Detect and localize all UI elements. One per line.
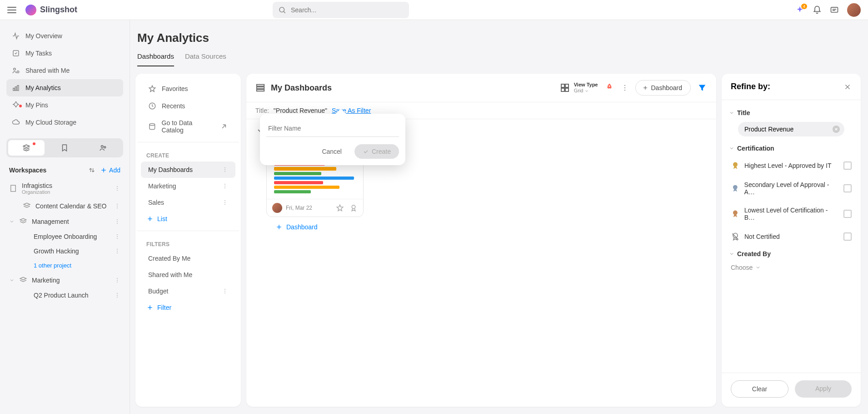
creator-avatar (272, 203, 282, 213)
more-icon[interactable] (621, 84, 629, 92)
svg-point-46 (224, 186, 225, 187)
close-icon[interactable] (843, 83, 852, 91)
people-icon (99, 144, 107, 152)
cert-option[interactable]: Highest Level - Approved by IT (729, 156, 853, 176)
filter-shared[interactable]: Shared with Me (141, 267, 235, 283)
card-date: Fri, Mar 22 (286, 205, 312, 211)
add-dashboard-link[interactable]: Dashboard (266, 217, 707, 237)
tree-item[interactable]: Q2 Product Launch (6, 288, 123, 303)
user-avatar[interactable] (847, 3, 861, 17)
svg-point-67 (624, 87, 625, 88)
tree-item[interactable]: Growth Hacking (6, 244, 123, 258)
more-icon[interactable] (222, 199, 228, 206)
panel-label: My Dashboards (148, 166, 193, 173)
checkbox[interactable] (843, 232, 852, 241)
panel-data-catalog[interactable]: Go to Data Catalog (141, 115, 235, 138)
cert-option[interactable]: Lowest Level of Certification - B… (729, 201, 853, 227)
svg-point-35 (117, 280, 118, 281)
tree-item[interactable]: Content Calendar & SEO (6, 198, 123, 214)
sub-title-value: "Product Revenue" (274, 107, 327, 114)
filter-icon[interactable] (697, 83, 707, 93)
created-by-select[interactable]: Choose (729, 261, 853, 274)
more-icon[interactable] (222, 288, 228, 294)
tab-data-sources[interactable]: Data Sources (185, 52, 226, 66)
more-icon[interactable] (114, 292, 120, 298)
clear-button[interactable]: Clear (731, 380, 788, 398)
panel-favorites[interactable]: Favorites (141, 80, 235, 97)
nav-shared[interactable]: Shared with Me (6, 62, 123, 79)
panel-marketing[interactable]: Marketing (141, 178, 235, 194)
panel-sales[interactable]: Sales (141, 194, 235, 211)
chat-icon[interactable] (830, 5, 839, 15)
add-list[interactable]: List (137, 211, 239, 227)
cert-badge-icon[interactable] (349, 204, 358, 212)
x-icon (834, 127, 838, 131)
refine-section-created[interactable]: Created By (729, 247, 853, 261)
seg-stack[interactable] (8, 140, 45, 156)
cert-option[interactable]: Secondary Level of Approval - A… (729, 176, 853, 201)
checkbox[interactable] (843, 184, 852, 192)
nav-cloud[interactable]: My Cloud Storage (6, 114, 123, 131)
more-icon[interactable] (114, 233, 120, 240)
create-section: CREATE (137, 146, 239, 162)
nav-my-pins[interactable]: My Pins (6, 96, 123, 114)
svg-rect-9 (15, 87, 17, 91)
tree-item-marketing[interactable]: Marketing (6, 273, 123, 288)
nav-my-analytics[interactable]: My Analytics (6, 79, 123, 96)
view-type-selector[interactable]: View Type Grid (559, 82, 598, 94)
cert-option[interactable]: Not Certified (729, 227, 853, 247)
svg-rect-10 (17, 86, 19, 91)
more-icon[interactable] (114, 185, 120, 192)
svg-rect-64 (565, 88, 569, 91)
more-icon[interactable] (114, 218, 120, 225)
tree-label: Growth Hacking (34, 247, 110, 255)
chip-remove[interactable] (833, 126, 840, 133)
create-button[interactable]: Create (354, 144, 399, 159)
check-icon (12, 49, 20, 57)
svg-rect-60 (257, 90, 264, 91)
more-icon[interactable] (222, 183, 228, 189)
rocket-icon[interactable] (604, 83, 614, 93)
more-icon[interactable] (114, 277, 120, 283)
checkbox[interactable] (843, 210, 852, 218)
star-icon[interactable] (336, 204, 344, 212)
tree-item[interactable]: Employee Onboarding (6, 229, 123, 244)
tab-dashboards[interactable]: Dashboards (137, 52, 174, 66)
filter-name-input[interactable] (266, 120, 399, 137)
nav-my-overview[interactable]: My Overview (6, 27, 123, 45)
sparkle-notifications[interactable]: 4 (795, 5, 804, 15)
filter-created-by-me[interactable]: Created By Me (141, 250, 235, 267)
cancel-button[interactable]: Cancel (314, 144, 350, 159)
svg-line-1 (284, 11, 285, 13)
add-filter[interactable]: Filter (137, 299, 239, 316)
refine-section-title[interactable]: Title (729, 106, 853, 120)
other-project-link[interactable]: 1 other project (6, 258, 123, 273)
panel-recents[interactable]: Recents (141, 97, 235, 115)
nav-my-tasks[interactable]: My Tasks (6, 45, 123, 62)
filter-budget[interactable]: Budget (141, 283, 235, 299)
add-dashboard-label: Dashboard (286, 223, 318, 231)
svg-point-31 (117, 249, 118, 250)
clock-icon (148, 102, 156, 110)
sort-icon[interactable] (88, 167, 95, 174)
tree-org[interactable]: Infragistics Organization (6, 178, 123, 198)
more-icon[interactable] (222, 167, 228, 173)
cert-label: Secondary Level of Approval - A… (744, 181, 839, 196)
seg-bookmark[interactable] (46, 140, 83, 156)
checkbox[interactable] (843, 162, 852, 170)
search-bar[interactable] (273, 2, 409, 18)
refine-section-cert[interactable]: Certification (729, 141, 853, 156)
more-icon[interactable] (114, 248, 120, 254)
panel-my-dashboards[interactable]: My Dashboards (141, 162, 235, 178)
new-dashboard-button[interactable]: Dashboard (635, 80, 691, 96)
tree-item-management[interactable]: Management (6, 214, 123, 229)
logo[interactable]: Slingshot (25, 5, 77, 15)
menu-toggle[interactable] (7, 7, 16, 13)
apply-button[interactable]: Apply (795, 380, 852, 398)
more-icon[interactable] (114, 203, 120, 209)
search-input[interactable] (291, 6, 404, 14)
badge-dot-icon (33, 142, 35, 145)
add-workspace[interactable]: Add (100, 167, 120, 174)
bell-icon[interactable] (813, 5, 822, 15)
seg-people[interactable] (85, 140, 121, 156)
